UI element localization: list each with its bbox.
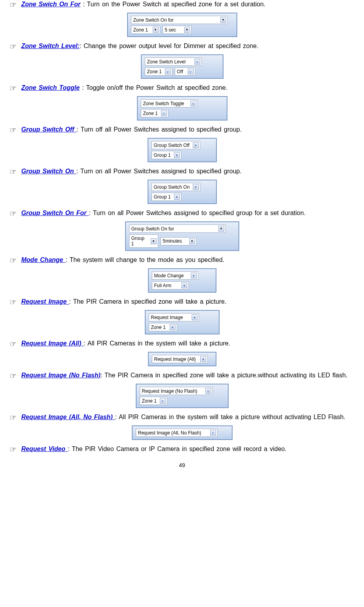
dropdown-select[interactable]: Group Switch On for▼: [129, 225, 226, 233]
dropdown-label: Zone 1: [143, 111, 158, 116]
item-text: Group Switch Off : Turn off all Power Sw…: [21, 125, 356, 134]
term-description: : Turn on all Power Switches assigned to…: [89, 210, 306, 216]
term-description: : The system will change to the mode as …: [66, 256, 224, 263]
item-text: Group Switch On For : Turn on all Power …: [21, 209, 356, 217]
dropdown-select[interactable]: Request Image▾: [149, 313, 199, 321]
pointing-hand-icon: ☞: [8, 256, 17, 265]
dropdown-label: Group Switch On: [154, 184, 190, 190]
dropdown-label: Off: [177, 69, 183, 74]
term-description: : Change the power output level for Dimm…: [79, 43, 258, 49]
dropdown-panel: Zone Switch LevelvZone 1vOffv: [141, 54, 224, 79]
dropdown-select[interactable]: Full Arm▾: [152, 281, 189, 290]
pointing-hand-icon: ☞: [8, 371, 17, 381]
dropdown-label: Group Switch Off: [154, 143, 190, 148]
item-text: Request Image : The PIR Camera in specif…: [21, 297, 356, 306]
term-label: Request Image (All): [21, 340, 84, 347]
term-description: : All PIR Cameras in the system will tak…: [115, 414, 345, 420]
pointing-hand-icon: ☞: [8, 209, 17, 218]
dropdown-select[interactable]: Request Image (No Flash)v: [140, 387, 213, 395]
dropdown-select[interactable]: Zone Switch Levelv: [145, 58, 202, 66]
pointing-hand-icon: ☞: [8, 339, 17, 349]
dropdown-label: Group 1: [154, 194, 171, 200]
dropdown-label: Request Image (All): [154, 356, 196, 362]
term-description: : Toggle on/off the Power Switch at spec…: [79, 84, 227, 91]
dropdown-panel: Request Image (All)▾: [148, 352, 216, 366]
dropdown-label: Group 1: [131, 236, 148, 247]
term-label: Zone Swich Toggle: [21, 84, 79, 91]
dropdown-label: Mode Change: [154, 273, 184, 278]
term-description: : The PIR Camera in specified zone will …: [100, 372, 347, 379]
dropdown-select[interactable]: Zone 1v: [141, 109, 168, 117]
dropdown-label: Zone 1: [133, 27, 148, 33]
dropdown-select[interactable]: 5 sec▼: [163, 26, 192, 34]
pointing-hand-icon: ☞: [8, 167, 17, 176]
dropdown-label: Zone 1: [142, 398, 157, 404]
item-text: Group Switch On : Turn on all Power Swit…: [21, 167, 356, 176]
dropdown-select[interactable]: Zone Switch On for▼: [131, 16, 228, 24]
dropdown-select[interactable]: Mode Change▾: [152, 271, 198, 280]
term-label: Group Switch Off: [21, 126, 77, 133]
dropdown-label: Zone Switch Toggle: [143, 101, 185, 106]
item-text: Request Image (All, No Flash) : All PIR …: [21, 413, 356, 421]
dropdown-label: 5minutes: [163, 238, 182, 244]
dropdown-label: Request Image: [151, 315, 183, 320]
term-description: : The PIR Video Camera or IP Camera in s…: [68, 446, 286, 452]
dropdown-select[interactable]: Zone Switch Togglev: [141, 99, 198, 108]
pointing-hand-icon: ☞: [8, 445, 17, 454]
dropdown-select[interactable]: Offv: [175, 67, 195, 76]
dropdown-panel: Group Switch Off▾Group 1▾: [148, 138, 217, 162]
pointing-hand-icon: ☞: [8, 413, 17, 422]
term-label: Zone Swich On For: [21, 1, 81, 7]
dropdown-select[interactable]: Zone 1v: [145, 67, 172, 76]
dropdown-select[interactable]: Zone 1▼: [131, 26, 160, 34]
dropdown-label: Zone Switch Level: [147, 59, 186, 65]
dropdown-label: Group Switch On for: [131, 226, 174, 232]
term-description: : Turn on all Power Switches assigned to…: [76, 168, 242, 174]
item-text: Request Image (No Flash): The PIR Camera…: [21, 371, 356, 380]
term-label: Request Video: [21, 446, 68, 452]
term-description: : Turn off all Power Switches assigned t…: [77, 126, 242, 133]
item-text: Request Video : The PIR Video Camera or …: [21, 445, 356, 453]
dropdown-panel: Request Image (All, No Flash)v: [132, 425, 233, 440]
dropdown-label: 5 sec: [165, 27, 176, 33]
dropdown-select[interactable]: Group 1▼: [129, 234, 158, 248]
dropdown-select[interactable]: Group 1▾: [152, 151, 181, 159]
dropdown-panel: Group Switch On▾Group 1▾: [148, 180, 217, 204]
term-label: Request Image (All, No Flash): [21, 414, 115, 420]
dropdown-select[interactable]: Group 1▾: [152, 193, 181, 201]
term-description: : All PIR Cameras in the system will tak…: [84, 340, 231, 347]
item-text: Mode Change : The system will change to …: [21, 256, 356, 264]
pointing-hand-icon: ☞: [8, 297, 17, 307]
dropdown-select[interactable]: Zone 1▾: [149, 323, 177, 331]
pointing-hand-icon: ☞: [8, 125, 17, 135]
dropdown-panel: Mode Change▾Full Arm▾: [148, 268, 216, 293]
item-text: Zone Switch Level:: Change the power out…: [21, 42, 356, 50]
term-label: Group Switch On For: [21, 210, 89, 216]
dropdown-select[interactable]: Request Image (All)▾: [152, 355, 208, 363]
pointing-hand-icon: ☞: [8, 84, 17, 93]
dropdown-select[interactable]: Group Switch Off▾: [152, 141, 200, 149]
dropdown-panel: Request Image (No Flash)vZone 1v: [136, 384, 229, 408]
page-number: 49: [8, 462, 356, 468]
dropdown-label: Zone Switch On for: [133, 17, 174, 23]
term-description: : The PIR Camera in specified zone will …: [69, 298, 226, 305]
pointing-hand-icon: ☞: [8, 0, 17, 9]
dropdown-panel: Group Switch On for▼Group 1▼5minutes▼: [125, 221, 239, 251]
dropdown-select[interactable]: Zone 1v: [140, 397, 167, 405]
dropdown-select[interactable]: 5minutes▼: [161, 237, 197, 245]
pointing-hand-icon: ☞: [8, 42, 17, 51]
term-label: Mode Change: [21, 256, 66, 263]
dropdown-label: Zone 1: [151, 325, 166, 330]
dropdown-label: Group 1: [154, 152, 171, 158]
term-description: : Turn on the Power Switch at specified …: [81, 1, 266, 7]
dropdown-panel: Zone Switch On for▼Zone 1▼5 sec▼: [127, 13, 237, 37]
item-text: Zone Swich Toggle : Toggle on/off the Po…: [21, 84, 356, 92]
dropdown-panel: Zone Switch TogglevZone 1v: [137, 96, 227, 121]
term-label: Request Image (No Flash): [21, 372, 100, 379]
dropdown-select[interactable]: Request Image (All, No Flash)v: [136, 429, 218, 437]
term-label: Request Image: [21, 298, 69, 305]
item-text: Request Image (All) : All PIR Cameras in…: [21, 339, 356, 348]
term-label: Group Switch On: [21, 168, 76, 174]
dropdown-label: Full Arm: [154, 283, 172, 288]
dropdown-select[interactable]: Group Switch On▾: [152, 183, 200, 191]
